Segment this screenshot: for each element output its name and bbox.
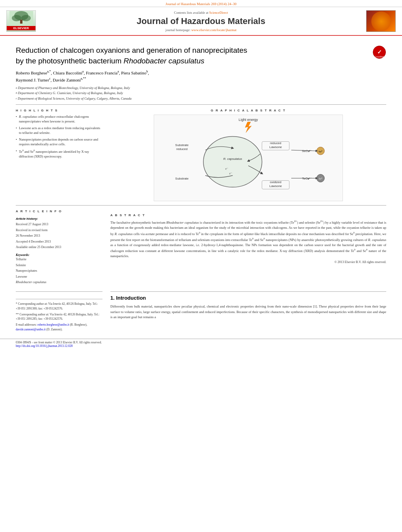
svg-text:Lawsone: Lawsone bbox=[270, 185, 282, 188]
highlight-item: Lawsone acts as a redox mediator from re… bbox=[16, 126, 102, 135]
keywords-list: Tellurite Selenite Nanoprecipitates Laws… bbox=[16, 257, 102, 285]
svg-rect-4 bbox=[20, 20, 22, 24]
highlights-heading: H I G H L I G H T S bbox=[16, 109, 102, 112]
crossmark-logo[interactable]: ✓ CrossMark bbox=[372, 45, 386, 59]
graphical-abstract-section: G R A P H I C A L A B S T R A C T Light … bbox=[110, 109, 386, 201]
svg-text:Substrate: Substrate bbox=[175, 177, 189, 180]
article-title-section: Reduction of chalcogen oxyanions and gen… bbox=[16, 45, 386, 66]
svg-text:e⁻: e⁻ bbox=[225, 167, 229, 171]
svg-text:oxidized: oxidized bbox=[270, 181, 281, 184]
elsevier-label: ELSEVIER bbox=[7, 26, 35, 30]
crossmark-icon: ✓ CrossMark bbox=[372, 45, 386, 59]
homepage-line: journal homepage: www.elsevier.com/locat… bbox=[38, 28, 364, 32]
elsevier-logo: ELSEVIER bbox=[6, 10, 38, 32]
homepage-link[interactable]: www.elsevier.com/locate/jhazmat bbox=[191, 28, 236, 32]
journal-header: ELSEVIER Contents lists available at Sci… bbox=[0, 7, 402, 36]
copyright-line: © 2013 Elsevier B.V. All rights reserved… bbox=[110, 260, 386, 264]
highlights-list: R. capsulatus cells produce extracellula… bbox=[16, 115, 102, 159]
journal-center-block: Contents lists available at ScienceDirec… bbox=[38, 11, 364, 32]
footnote-star1: * Corresponding author at: Via Irnerio 4… bbox=[16, 299, 102, 332]
journal-citation-link[interactable]: Journal of Hazardous Materials 269 (2014… bbox=[166, 2, 236, 6]
highlights-graphical-row: H I G H L I G H T S R. capsulatus cells … bbox=[16, 109, 386, 201]
svg-text:Se⁰: Se⁰ bbox=[318, 150, 322, 153]
svg-point-3 bbox=[21, 15, 31, 21]
keyword-organism: Rhodobacter capsulatus bbox=[16, 280, 102, 285]
keywords-section: Keywords: Tellurite Selenite Nanoprecipi… bbox=[16, 253, 102, 285]
abstract-svg: Light energy R. capsulatus e⁻ e⁻ Substra… bbox=[154, 115, 342, 201]
footnote2-text: ** Corresponding author at: Via Irnerio … bbox=[16, 312, 102, 321]
article-info-divider bbox=[16, 205, 386, 206]
keyword-lawsone: Lawsone bbox=[16, 274, 102, 280]
page-footer: 0304-3894/$ – see front matter © 2013 El… bbox=[0, 339, 402, 349]
received-date: Received 27 August 2013 bbox=[16, 222, 102, 227]
email2-link[interactable]: davide.zannoni@unibo.it bbox=[16, 328, 46, 331]
svg-text:R. capsulatus: R. capsulatus bbox=[223, 157, 242, 161]
keywords-label: Keywords: bbox=[16, 253, 102, 257]
svg-text:✓: ✓ bbox=[377, 49, 382, 55]
abstract-section: A B S T R A C T The facultative photosyn… bbox=[110, 213, 386, 285]
intro-text: Differently from bulk material, nanopart… bbox=[110, 304, 386, 320]
svg-text:CrossMark: CrossMark bbox=[374, 56, 384, 58]
highlight-item: R. capsulatus cells produce extracellula… bbox=[16, 115, 102, 124]
article-info-heading: A R T I C L E I N F O bbox=[16, 209, 102, 213]
sciencedirect-link[interactable]: ScienceDirect bbox=[209, 11, 228, 15]
keyword-tellurite: Tellurite bbox=[16, 257, 102, 262]
introduction-section: 1. Introduction Differently from bulk ma… bbox=[110, 291, 386, 332]
journal-cover-logo bbox=[364, 10, 396, 32]
footnote1-text: * Corresponding author at: Via Irnerio 4… bbox=[16, 302, 102, 311]
bottom-section: * Corresponding author at: Via Irnerio 4… bbox=[16, 291, 386, 332]
available-date: Available online 25 December 2013 bbox=[16, 245, 102, 250]
highlight-item: Nanoprecipitates production depends on c… bbox=[16, 137, 102, 147]
article-info-section: A R T I C L E I N F O Article history: R… bbox=[16, 209, 102, 285]
svg-point-10 bbox=[203, 137, 262, 187]
article-title: Reduction of chalcogen oxyanions and gen… bbox=[16, 45, 368, 66]
main-content: Reduction of chalcogen oxyanions and gen… bbox=[0, 36, 402, 336]
article-history-dates: Received 27 August 2013 Received in revi… bbox=[16, 222, 102, 250]
received-revised-date: Received in revised form26 November 2013 bbox=[16, 228, 102, 239]
accepted-date: Accepted 4 December 2013 bbox=[16, 239, 102, 245]
elsevier-tree-icon bbox=[9, 11, 33, 26]
graphical-abstract-diagram: Light energy R. capsulatus e⁻ e⁻ Substra… bbox=[154, 115, 343, 201]
svg-text:Substrate: Substrate bbox=[175, 144, 189, 147]
email-line1: E-mail addresses: roberto.borghese@unibo… bbox=[16, 323, 102, 327]
svg-text:e⁻: e⁻ bbox=[229, 172, 233, 175]
journal-citation-bar: Journal of Hazardous Materials 269 (2014… bbox=[0, 0, 402, 7]
svg-text:Lawsone: Lawsone bbox=[270, 146, 282, 149]
footnotes-section: * Corresponding author at: Via Irnerio 4… bbox=[16, 291, 102, 332]
contents-line: Contents lists available at ScienceDirec… bbox=[38, 11, 364, 15]
highlights-section: H I G H L I G H T S R. capsulatus cells … bbox=[16, 109, 102, 201]
graphical-abstract-heading: G R A P H I C A L A B S T R A C T bbox=[110, 109, 386, 112]
email1-link[interactable]: roberto.borghese@unibo.it bbox=[37, 323, 69, 326]
keyword-selenite: Selenite bbox=[16, 263, 102, 268]
authors-line: Roberto Borghesea,*, Chiara Baccolinia, … bbox=[16, 69, 386, 84]
svg-text:reduced: reduced bbox=[270, 142, 281, 145]
highlight-item: Te0 and Se0 nanoprecipitates are identif… bbox=[16, 149, 102, 159]
svg-text:Light energy: Light energy bbox=[238, 118, 258, 122]
raymond-author: Raymond bbox=[16, 78, 33, 82]
info-abstract-row: A R T I C L E I N F O Article history: R… bbox=[16, 209, 386, 285]
title-block: Reduction of chalcogen oxyanions and gen… bbox=[16, 45, 368, 66]
svg-point-2 bbox=[12, 15, 21, 21]
article-history-label: Article history: bbox=[16, 217, 102, 221]
abstract-heading: A B S T R A C T bbox=[110, 213, 386, 217]
affiliations: aDepartment of Pharmacy and Biotechnolog… bbox=[16, 85, 386, 102]
email-line2: davide.zannoni@unibo.it (D. Zannoni). bbox=[16, 327, 102, 332]
section-divider bbox=[16, 104, 386, 105]
svg-marker-9 bbox=[245, 122, 251, 133]
svg-text:reduced: reduced bbox=[176, 148, 188, 151]
issn-line: 0304-3894/$ – see front matter © 2013 El… bbox=[16, 341, 102, 344]
svg-text:Te⁰: Te⁰ bbox=[318, 178, 322, 180]
keyword-nanoprecipitates: Nanoprecipitates bbox=[16, 268, 102, 274]
article-history: Article history: Received 27 August 2013… bbox=[16, 217, 102, 250]
svg-text:SeO₃²⁻: SeO₃²⁻ bbox=[302, 150, 312, 153]
abstract-text: The facultative photosynthetic bacterium… bbox=[110, 219, 386, 259]
doi-link[interactable]: http://dx.doi.org/10.1016/j.jhazmat.2013… bbox=[16, 344, 73, 348]
journal-title: Journal of Hazardous Materials bbox=[38, 16, 364, 26]
intro-heading: 1. Introduction bbox=[110, 295, 386, 301]
